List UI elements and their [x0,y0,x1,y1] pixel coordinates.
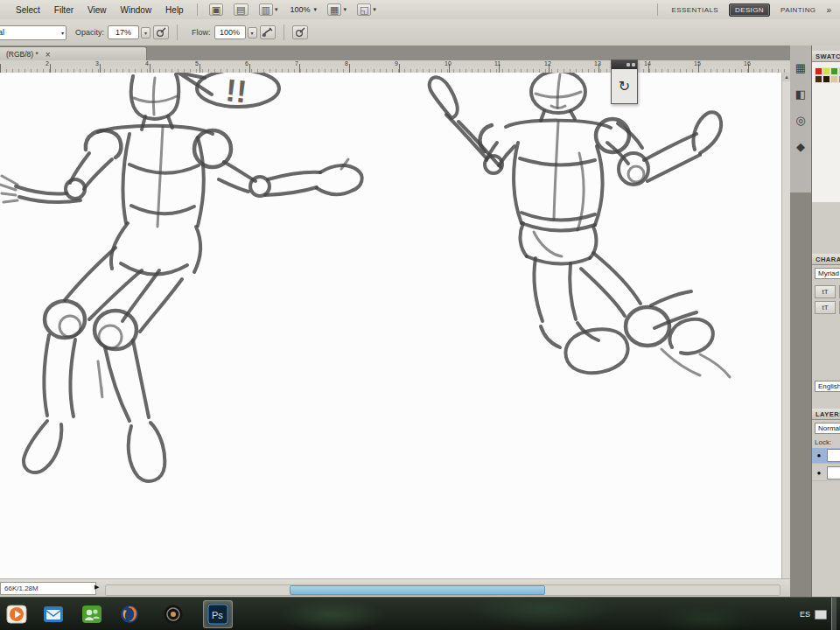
ruler-number: 7 [295,60,298,66]
workspace-essentials[interactable]: ESSENTIALS [667,4,724,16]
menu-item[interactable]: Help [158,5,191,15]
font-family-select[interactable]: Myriad [815,268,840,279]
messenger-icon [81,604,102,625]
layers-panel-header[interactable]: LAYERS [812,409,840,420]
left-figure-sketch [0,74,362,481]
rotate-view-icon[interactable]: ↻ [612,69,637,102]
styles-panel-icon[interactable]: ◎ [790,110,811,130]
chevron-down-icon: ▾ [275,6,278,13]
opacity-value: 17% [116,28,131,37]
opacity-input[interactable]: 17% [108,25,139,39]
zoom-level-control[interactable]: 100% ▾ [284,4,320,15]
font-size-icon[interactable]: tT [815,285,836,298]
menu-item[interactable]: View [80,5,114,15]
ruler-number: 15 [694,60,701,66]
layer-row[interactable]: ● [812,466,840,481]
ruler-number: 4 [145,60,149,66]
mini-bridge-panel-icon[interactable]: ▦ [790,58,811,77]
tablet-size-icon[interactable] [292,25,308,39]
view-extras-icon: ▥ [259,4,273,16]
screen-mode-icon: ◱ [357,4,371,16]
taskbar-media-player-button[interactable] [2,600,32,628]
airbrush-toggle[interactable] [260,25,276,39]
swatches-panel-header[interactable]: SWATCHES [812,51,840,62]
layer-row[interactable]: ● [812,448,840,464]
lock-label: Lock: [815,438,831,446]
chevron-down-icon: ▾ [313,6,317,13]
color-swatch[interactable] [830,67,838,75]
color-swatch[interactable] [822,67,830,75]
taskbar-mail-button[interactable] [38,600,68,628]
blend-mode-select[interactable]: Normal ▾ [0,25,66,40]
eye-icon[interactable]: ● [815,469,823,477]
layer-thumbnail[interactable] [827,449,840,462]
widget-button-icon[interactable] [626,63,630,66]
character-panel-header[interactable]: CHARACTER [812,254,840,265]
tablet-opacity-icon[interactable] [153,25,169,39]
close-icon[interactable]: × [46,50,51,60]
workspace-painting[interactable]: PAINTING [775,4,821,16]
system-tray: ES [800,598,836,630]
firefox-icon [119,604,140,625]
menu-item[interactable]: Window [114,5,159,15]
horizontal-scrollbar[interactable] [105,584,780,596]
keyboard-tray-icon[interactable] [815,610,827,620]
language-select[interactable]: English [815,381,840,392]
launch-mini-bridge-button[interactable]: ▤ [230,3,251,17]
color-swatch[interactable] [830,75,838,83]
flow-slider-arrow[interactable]: ▾ [248,27,257,38]
menu-item[interactable]: Filter [47,5,80,15]
panel-dock: ▦ ◧ ◎ ◆ SWATCHES CHARACTER Myriad tT T t… [790,46,840,597]
windows-taskbar: Ps ES [0,597,840,630]
ruler-number: 6 [245,60,248,66]
horizontal-scrollbar-thumb[interactable] [290,585,545,595]
ruler-number: 9 [395,60,398,66]
recorder-icon [163,604,184,625]
divider [657,4,658,16]
taskbar-messenger-button[interactable] [77,600,107,628]
flow-label: Flow: [192,28,211,37]
widget-close-icon[interactable] [632,63,635,66]
ruler-number: 13 [594,60,601,66]
taskbar-photoshop-button[interactable]: Ps [203,600,233,628]
launch-bridge-button[interactable]: ▣ [206,3,227,17]
brush-panel-icon[interactable]: ◆ [790,136,811,156]
language-indicator[interactable]: ES [800,610,810,619]
workspace-overflow-chevrons[interactable]: » [826,5,833,15]
color-swatch[interactable] [822,75,830,83]
arrange-documents-button[interactable]: ▦ ▾ [324,3,350,17]
brush-pressure-icon [295,27,305,38]
zoom-level-value: 100% [290,5,310,14]
ruler-number: 11 [494,60,500,66]
document-tab-bar: (RGB/8) * × [0,46,790,61]
divider [197,4,198,16]
rotate-view-widget[interactable]: ↻ [611,60,638,104]
workspace-design[interactable]: DESIGN [729,4,770,17]
opacity-slider-arrow[interactable]: ▾ [141,27,150,38]
taskbar-firefox-button[interactable] [115,600,144,628]
chevron-down-icon: ▾ [343,6,346,13]
taskbar-recorder-button[interactable] [158,600,188,628]
screen-mode-button[interactable]: ◱ ▾ [354,3,380,17]
eye-icon[interactable]: ● [815,452,823,459]
panel-icon-strip: ▦ ◧ ◎ ◆ [790,46,812,597]
color-swatch[interactable] [815,67,822,75]
layer-blend-mode-select[interactable]: Normal [815,423,840,434]
speech-bubble: !! [178,73,279,109]
ruler-number: 12 [544,60,551,66]
ruler-number: 5 [195,60,199,66]
drawing-canvas[interactable]: !! [0,73,781,578]
flow-value: 100% [220,28,240,37]
flow-input[interactable]: 100% [214,25,246,39]
layer-blend-mode-value: Normal [818,424,840,432]
view-extras-button[interactable]: ▥ ▾ [256,3,282,17]
widget-titlebar[interactable] [612,60,637,69]
menu-item[interactable]: Select [9,5,47,15]
show-desktop-button[interactable] [831,598,836,630]
document-tab[interactable]: (RGB/8) * × [0,46,147,61]
history-panel-icon[interactable]: ◧ [790,84,811,103]
layer-thumbnail[interactable] [827,466,840,480]
color-swatch[interactable] [815,75,822,83]
kerning-icon[interactable]: tT [815,301,836,314]
status-menu-arrow-icon[interactable]: ▶ [94,584,99,591]
